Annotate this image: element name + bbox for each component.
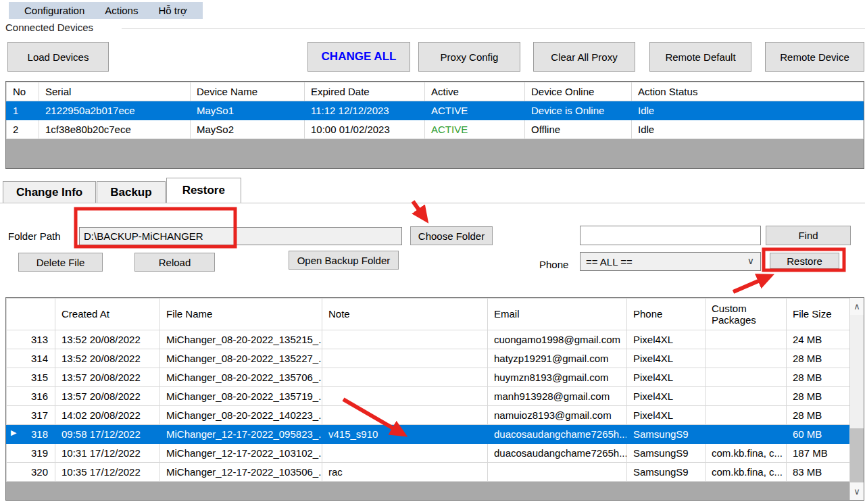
find-input[interactable] bbox=[580, 226, 761, 245]
table-row[interactable]: 31613:57 20/08/2022MiChanger_08-20-2022_… bbox=[7, 387, 850, 406]
table-row[interactable]: 31313:52 20/08/2022MiChanger_08-20-2022_… bbox=[7, 330, 850, 349]
cell-size: 187 MB bbox=[787, 444, 850, 463]
cell-packages bbox=[706, 330, 787, 349]
cell-file: MiChanger_08-20-2022_135706_... bbox=[160, 368, 322, 387]
backup-table-header: Created AtFile NameNoteEmailPhoneCustom … bbox=[7, 299, 850, 330]
column-header[interactable]: Email bbox=[488, 299, 627, 330]
cell-expired: 10:00 01/02/2023 bbox=[305, 120, 425, 139]
table-row[interactable]: 31413:52 20/08/2022MiChanger_08-20-2022_… bbox=[7, 349, 850, 368]
cell-created: 13:52 20/08/2022 bbox=[55, 330, 160, 349]
current-row-marker-icon: ▶ bbox=[11, 428, 16, 437]
remote-device-button[interactable]: Remote Device bbox=[765, 42, 864, 72]
table-row[interactable]: 21cf38e80b20c7eceMaySo210:00 01/02/2023A… bbox=[7, 120, 864, 139]
restore-button[interactable]: Restore bbox=[770, 253, 839, 269]
cell-file: MiChanger_08-20-2022_135719_... bbox=[160, 387, 322, 406]
table-row[interactable]: 31714:02 20/08/2022MiChanger_08-20-2022_… bbox=[7, 406, 850, 425]
cell-online: Device is Online bbox=[525, 101, 632, 120]
cell-status: Idle bbox=[632, 120, 864, 139]
column-header[interactable] bbox=[7, 299, 55, 330]
scroll-up-icon[interactable]: ∧ bbox=[850, 298, 864, 315]
cell-packages: com.kb.fina, c... bbox=[706, 444, 787, 463]
folder-path-input[interactable] bbox=[79, 227, 402, 245]
cell-no: 314 bbox=[7, 349, 55, 368]
table-row[interactable]: 32010:35 17/12/2022MiChanger_12-17-2022_… bbox=[7, 463, 850, 482]
menu-configuration[interactable]: Configuration bbox=[14, 5, 95, 16]
device-table: NoSerialDevice NameExpired DateActiveDev… bbox=[5, 81, 864, 169]
cell-device_name: MaySo2 bbox=[191, 120, 305, 139]
cell-no: 315 bbox=[7, 368, 55, 387]
cell-file: MiChanger_08-20-2022_135227_... bbox=[160, 349, 322, 368]
cell-email: huymzn8193@gmail.com bbox=[488, 368, 627, 387]
cell-size: 24 MB bbox=[787, 330, 850, 349]
column-header[interactable]: Note bbox=[322, 299, 488, 330]
table-row[interactable]: 31910:31 17/12/2022MiChanger_12-17-2022_… bbox=[7, 444, 850, 463]
cell-phone: SamsungS9 bbox=[627, 463, 706, 482]
column-header[interactable]: Serial bbox=[39, 82, 191, 101]
reload-button[interactable]: Reload bbox=[134, 253, 215, 272]
tab-strip: Change Info Backup Restore bbox=[3, 178, 242, 203]
cell-no: 1 bbox=[7, 101, 39, 120]
cell-file: MiChanger_12-17-2022_103506_... bbox=[160, 463, 322, 482]
cell-email: namuioz8193@gmail.com bbox=[488, 406, 627, 425]
column-header[interactable]: Phone bbox=[627, 299, 706, 330]
cell-phone: Pixel4XL bbox=[627, 368, 706, 387]
cell-phone: Pixel4XL bbox=[627, 330, 706, 349]
cell-created: 10:31 17/12/2022 bbox=[55, 444, 160, 463]
cell-email: cuongamo1998@gmail.com bbox=[488, 330, 627, 349]
table-row[interactable]: 31513:57 20/08/2022MiChanger_08-20-2022_… bbox=[7, 368, 850, 387]
phone-label: Phone bbox=[539, 259, 568, 270]
cell-note bbox=[322, 368, 488, 387]
clear-all-proxy-button[interactable]: Clear All Proxy bbox=[533, 42, 635, 72]
vertical-scrollbar[interactable]: ∧ ∨ bbox=[849, 298, 864, 500]
cell-packages bbox=[706, 349, 787, 368]
tab-restore[interactable]: Restore bbox=[166, 178, 241, 203]
load-devices-button[interactable]: Load Devices bbox=[7, 42, 109, 72]
choose-folder-button[interactable]: Choose Folder bbox=[410, 226, 493, 245]
column-header[interactable]: Device Online bbox=[525, 82, 632, 101]
cell-note: v415_s910 bbox=[322, 425, 488, 444]
find-button[interactable]: Find bbox=[766, 226, 851, 245]
cell-no: 316 bbox=[7, 387, 55, 406]
cell-phone: Pixel4XL bbox=[627, 349, 706, 368]
column-header[interactable]: Action Status bbox=[632, 82, 864, 101]
cell-note: rac bbox=[322, 463, 488, 482]
cell-size: 28 MB bbox=[787, 406, 850, 425]
delete-file-button[interactable]: Delete File bbox=[18, 253, 103, 272]
column-header[interactable]: Device Name bbox=[191, 82, 305, 101]
cell-no: 313 bbox=[7, 330, 55, 349]
cell-active: ACTIVE bbox=[425, 101, 525, 120]
phone-dropdown[interactable]: == ALL == ∨ bbox=[580, 252, 761, 271]
scrollbar-thumb[interactable] bbox=[850, 428, 864, 482]
menu-help[interactable]: Hỗ trợ bbox=[148, 5, 197, 16]
cell-email: manh913928@gmail.com bbox=[488, 387, 627, 406]
scroll-down-icon[interactable]: ∨ bbox=[850, 483, 864, 500]
open-backup-folder-button[interactable]: Open Backup Folder bbox=[289, 251, 399, 270]
table-row[interactable]: 12122950a2b017eceMaySo111:12 12/12/2023A… bbox=[7, 101, 864, 120]
column-header[interactable]: Created At bbox=[55, 299, 160, 330]
column-header[interactable]: File Name bbox=[160, 299, 322, 330]
change-all-button[interactable]: CHANGE ALL bbox=[307, 42, 410, 72]
cell-created: 09:58 17/12/2022 bbox=[55, 425, 160, 444]
cell-email: duacosaudangchame7265h... bbox=[488, 444, 627, 463]
cell-phone: Pixel4XL bbox=[627, 387, 706, 406]
chevron-down-icon: ∨ bbox=[747, 255, 754, 266]
cell-phone: SamsungS9 bbox=[627, 425, 706, 444]
cell-serial: 2122950a2b017ece bbox=[39, 101, 191, 120]
cell-created: 14:02 20/08/2022 bbox=[55, 406, 160, 425]
column-header[interactable]: Expired Date bbox=[305, 82, 425, 101]
cell-no: 319 bbox=[7, 444, 55, 463]
column-header[interactable]: No bbox=[7, 82, 39, 101]
remote-default-button[interactable]: Remote Default bbox=[649, 42, 751, 72]
menu-actions[interactable]: Actions bbox=[95, 5, 148, 16]
cell-file: MiChanger_08-20-2022_135215_... bbox=[160, 330, 322, 349]
cell-status: Idle bbox=[632, 101, 864, 120]
cell-active: ACTIVE bbox=[425, 120, 525, 139]
column-header[interactable]: Custom Packages bbox=[706, 299, 787, 330]
group-label-connected-devices: Connected Devices bbox=[5, 22, 93, 33]
column-header[interactable]: File Size bbox=[787, 299, 850, 330]
column-header[interactable]: Active bbox=[425, 82, 525, 101]
tab-change-info[interactable]: Change Info bbox=[3, 181, 96, 203]
table-row[interactable]: ▶31809:58 17/12/2022MiChanger_12-17-2022… bbox=[7, 425, 850, 444]
proxy-config-button[interactable]: Proxy Config bbox=[418, 42, 520, 72]
tab-backup[interactable]: Backup bbox=[97, 181, 165, 203]
